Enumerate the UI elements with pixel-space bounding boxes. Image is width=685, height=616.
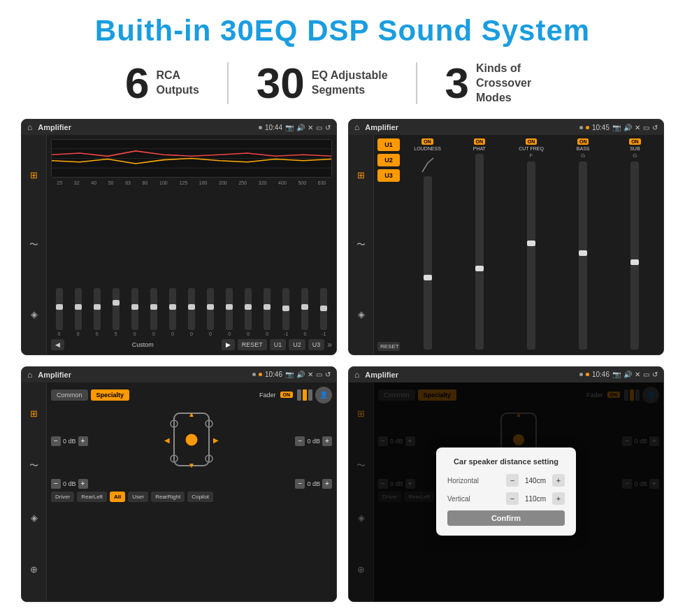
svg-text:◀: ◀	[164, 436, 170, 444]
eq-prev-btn[interactable]: ◀	[51, 339, 64, 350]
status-time-3: 10:46	[265, 371, 282, 378]
status-dot-1	[259, 126, 262, 129]
rl-minus[interactable]: −	[51, 479, 61, 489]
horizontal-minus[interactable]: −	[506, 474, 519, 487]
amp2-sub: ON SUB G	[610, 138, 660, 350]
vertical-plus[interactable]: +	[552, 492, 565, 505]
sidebar-layout-icon-3[interactable]: ⊕	[26, 561, 43, 578]
rear-left-btn[interactable]: RearLeft	[77, 492, 107, 502]
window-icon-2: ▭	[643, 124, 649, 131]
amp2-bass: ON BASS G	[558, 138, 608, 350]
stat-rca-label: RCAOutputs	[156, 69, 199, 98]
stat-crossover: 3 Kinds ofCrossover Modes	[417, 62, 588, 105]
sidebar-eq-icon[interactable]: ⊞	[26, 167, 43, 184]
eq-reset-btn[interactable]: RESET	[238, 339, 267, 350]
dialog-horizontal-row: Horizontal − 140cm +	[447, 474, 565, 487]
rear-right-btn[interactable]: RearRight	[151, 492, 185, 502]
all-btn[interactable]: All	[110, 492, 125, 502]
fader-icon[interactable]: 👤	[315, 387, 332, 403]
u2-preset[interactable]: U2	[377, 154, 400, 166]
status-icons-1: 10:44 📷 🔊 ✕ ▭ ↺	[259, 124, 331, 131]
amp2-reset[interactable]: RESET	[377, 342, 400, 351]
sidebar-eq-icon-2[interactable]: ⊞	[353, 167, 370, 184]
dialog-title: Car speaker distance setting	[447, 457, 565, 466]
phat-slider[interactable]	[475, 154, 484, 349]
sidebar-wave-icon[interactable]: 〜	[26, 236, 43, 253]
eq-play-btn[interactable]: ▶	[222, 339, 235, 350]
screen3-content: ⊞ 〜 ◈ ⊕ Common Specialty Fader ON	[22, 382, 336, 601]
status-bar-2: ⌂ Amplifier 10:45 📷 🔊 ✕ ▭ ↺	[349, 120, 663, 135]
rl-plus[interactable]: +	[78, 479, 88, 489]
eq-slider-6: 0	[169, 288, 176, 336]
fr-minus[interactable]: −	[295, 436, 305, 446]
status-icons-3: 10:46 📷 🔊 ✕ ▭ ↺	[252, 371, 331, 378]
eq-slider-0: 0	[56, 288, 63, 336]
stat-eq-label: EQ AdjustableSegments	[312, 69, 388, 98]
eq-slider-1: 0	[75, 288, 82, 336]
status-time-1: 10:44	[265, 124, 282, 131]
volume-icon-1: 🔊	[296, 124, 305, 131]
eq-main: 25 32 40 50 63 80 100 125 160 200 250 32…	[47, 135, 336, 354]
confirm-button[interactable]: Confirm	[447, 510, 565, 526]
x-icon-2: ✕	[635, 124, 640, 131]
rr-minus[interactable]: −	[295, 479, 305, 489]
horizontal-stepper: − 140cm +	[506, 474, 565, 487]
u3-preset[interactable]: U3	[377, 169, 400, 182]
user-btn[interactable]: User	[128, 492, 148, 502]
sidebar-3: ⊞ 〜 ◈ ⊕	[22, 382, 47, 601]
screenshots-grid: ⌂ Amplifier 10:44 📷 🔊 ✕ ▭ ↺ ⊞ 〜 ◈	[21, 119, 664, 602]
cutfreq-slider[interactable]	[527, 162, 535, 349]
fader-on-badge[interactable]: ON	[280, 392, 294, 398]
sidebar-wave-icon-2[interactable]: 〜	[353, 236, 370, 253]
svg-text:▲: ▲	[188, 410, 195, 418]
vertical-minus[interactable]: −	[506, 492, 519, 505]
u1-preset[interactable]: U1	[377, 138, 400, 151]
eq-u1-btn[interactable]: U1	[270, 339, 287, 350]
loudness-slider[interactable]	[424, 176, 432, 349]
horizontal-plus[interactable]: +	[552, 474, 565, 487]
bass-label: BASS	[577, 146, 590, 151]
phat-on[interactable]: ON	[474, 138, 486, 145]
camera-icon-1: 📷	[285, 124, 294, 131]
screen2-title: Amplifier	[365, 123, 574, 131]
eq-slider-8: 0	[207, 288, 214, 336]
sidebar-speaker-icon-3[interactable]: ◈	[26, 510, 43, 527]
eq-u2-btn[interactable]: U2	[289, 339, 305, 350]
camera-icon-3: 📷	[285, 371, 294, 378]
fl-plus[interactable]: +	[78, 436, 88, 446]
rr-db: 0 dB	[307, 480, 320, 487]
spk-tab-specialty[interactable]: Specialty	[91, 389, 130, 401]
eq-u3-btn[interactable]: U3	[308, 339, 325, 350]
screen-amp2: ⌂ Amplifier 10:45 📷 🔊 ✕ ▭ ↺ ⊞ 〜 ◈	[348, 119, 664, 354]
eq-arrows: »	[327, 340, 332, 350]
sidebar-wave-icon-3[interactable]: 〜	[26, 457, 43, 474]
spk-tab-common[interactable]: Common	[51, 389, 88, 401]
cutfreq-label: CUT FREQ	[519, 146, 544, 151]
fl-minus[interactable]: −	[51, 436, 61, 446]
sidebar-speaker-icon[interactable]: ◈	[26, 306, 43, 322]
fr-plus[interactable]: +	[322, 436, 332, 446]
sub-label: SUB	[630, 146, 640, 151]
vertical-label: Vertical	[447, 495, 470, 503]
copilot-btn[interactable]: Copilot	[187, 492, 213, 502]
bass-slider[interactable]	[579, 162, 587, 349]
eq-slider-5: 0	[150, 288, 157, 336]
camera-icon-4: 📷	[612, 371, 621, 378]
driver-btn[interactable]: Driver	[51, 492, 74, 502]
rr-plus[interactable]: +	[322, 479, 332, 489]
loudness-on[interactable]: ON	[421, 138, 433, 145]
home-icon-3: ⌂	[27, 370, 32, 380]
sidebar-speaker-icon-2[interactable]: ◈	[353, 306, 370, 322]
eq-freq-labels: 25 32 40 50 63 80 100 125 160 200 250 32…	[51, 180, 332, 185]
dot-3a	[252, 373, 256, 376]
amp2-phat: ON PHAT	[454, 138, 504, 350]
sidebar-eq-icon-3[interactable]: ⊞	[26, 406, 43, 422]
stat-crossover-number: 3	[445, 62, 469, 105]
stat-rca-number: 6	[125, 62, 149, 105]
cutfreq-on[interactable]: ON	[526, 138, 538, 145]
fader-row: Fader ON	[259, 389, 312, 401]
sub-on[interactable]: ON	[629, 138, 641, 145]
bass-on[interactable]: ON	[577, 138, 589, 145]
loudness-graph	[421, 152, 435, 173]
sub-slider[interactable]	[630, 162, 639, 349]
